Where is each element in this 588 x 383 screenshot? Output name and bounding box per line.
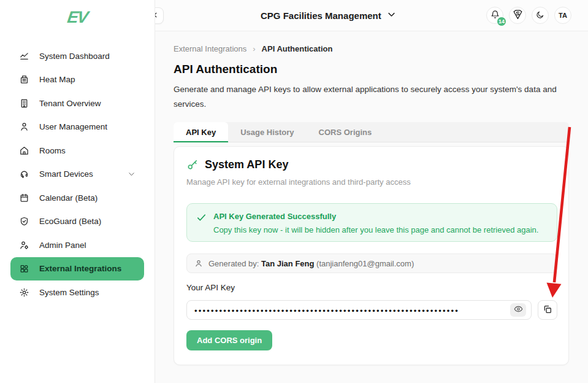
sidebar-item-admin-panel[interactable]: Admin Panel — [10, 233, 144, 257]
sidebar: EV System DashboardHeat MapTenant Overvi… — [0, 0, 155, 383]
page-title: API Authentication — [174, 63, 277, 76]
moon-icon — [536, 10, 544, 21]
notification-badge: 14 — [497, 17, 506, 26]
sidebar-item-label: Admin Panel — [39, 241, 86, 250]
card-title: System API Key — [205, 158, 288, 171]
sidebar-item-label: Calendar (Beta) — [39, 193, 97, 203]
check-icon — [196, 212, 207, 225]
api-key-input[interactable]: ••••••••••••••••••••••••••••••••••••••••… — [186, 300, 532, 320]
chevron-down-icon — [128, 170, 136, 178]
sidebar-item-label: Smart Devices — [39, 169, 93, 179]
workspace-title: CPG Facilities Management — [261, 10, 381, 21]
alert-body: Copy this key now - it will be hidden af… — [213, 225, 538, 234]
breadcrumb-current: API Authentication — [262, 44, 333, 53]
person-icon — [194, 259, 203, 268]
sidebar-item-label: Rooms — [39, 146, 66, 155]
sidebar-item-tenant-overview[interactable]: Tenant Overview — [10, 91, 144, 115]
building-icon — [19, 98, 29, 109]
home-icon — [19, 145, 29, 156]
sidebar-item-label: System Dashboard — [39, 52, 110, 61]
sidebar-item-external-integrations[interactable]: External Integrations — [10, 257, 144, 281]
sidebar-item-ecoguard-beta[interactable]: EcoGuard (Beta) — [10, 210, 144, 234]
success-alert: API Key Generated Successfully Copy this… — [186, 203, 557, 242]
app-logo-text: EV — [66, 8, 88, 27]
smart-device-icon — [19, 169, 29, 179]
breadcrumb-separator: › — [253, 44, 255, 53]
header-actions: 14 TA — [486, 7, 571, 24]
generated-by-name: Tan Jian Feng — [261, 259, 314, 268]
toggle-visibility-button[interactable] — [510, 303, 526, 317]
sidebar-item-system-dashboard[interactable]: System Dashboard — [10, 44, 144, 68]
sidebar-item-label: EcoGuard (Beta) — [39, 217, 101, 226]
chevron-down-icon — [387, 10, 396, 21]
sidebar-item-label: System Settings — [39, 288, 99, 297]
sidebar-item-rooms[interactable]: Rooms — [10, 139, 144, 163]
breadcrumb-parent[interactable]: External Integrations — [174, 44, 246, 53]
app-logo: EV — [0, 0, 155, 34]
tab-bar: API KeyUsage HistoryCORS Origins — [174, 122, 569, 142]
generated-by-text: Generated by: Tan Jian Feng (tanjianfeng… — [208, 259, 414, 268]
sidebar-item-system-settings[interactable]: System Settings — [10, 280, 144, 304]
sidebar-item-user-management[interactable]: User Management — [10, 115, 144, 139]
page-description: Generate and manage API keys to allow ex… — [174, 82, 572, 111]
workspace-switcher[interactable]: CPG Facilities Management — [261, 0, 396, 31]
eye-icon — [514, 304, 523, 315]
sidebar-item-label: External Integrations — [39, 264, 121, 273]
diamond-s-icon — [513, 10, 523, 21]
sidebar-item-smart-devices[interactable]: Smart Devices — [10, 163, 144, 187]
api-key-label: Your API Key — [186, 283, 235, 292]
api-key-masked-value: ••••••••••••••••••••••••••••••••••••••••… — [194, 306, 510, 315]
sidebar-nav: System DashboardHeat MapTenant OverviewU… — [0, 44, 155, 304]
sidebar-item-label: User Management — [39, 122, 107, 131]
main-content: External Integrations › API Authenticati… — [155, 31, 588, 383]
gear-icon — [19, 287, 29, 298]
super-admin-button[interactable] — [509, 7, 526, 24]
user-gear-icon — [19, 240, 29, 250]
copy-api-key-button[interactable] — [538, 300, 557, 320]
breadcrumb: External Integrations › API Authenticati… — [174, 44, 332, 53]
dashboard-chart-icon — [19, 51, 29, 61]
shield-check-icon — [19, 216, 29, 226]
card-title-row: System API Key — [186, 158, 288, 171]
tab-cors-origins[interactable]: CORS Origins — [307, 122, 384, 142]
calendar-icon — [19, 193, 29, 203]
api-key-card: System API Key Manage API key for extern… — [174, 146, 569, 365]
heat-map-icon — [19, 74, 29, 85]
sidebar-item-calendar-beta[interactable]: Calendar (Beta) — [10, 186, 144, 210]
card-subtitle: Manage API key for external integrations… — [186, 177, 411, 187]
user-icon — [19, 122, 29, 132]
copy-icon — [543, 304, 552, 316]
add-cors-origin-button[interactable]: Add CORS origin — [186, 330, 272, 350]
sidebar-item-label: Heat Map — [39, 75, 75, 84]
notifications-button[interactable]: 14 — [486, 7, 503, 24]
alert-title: API Key Generated Successfully — [213, 212, 336, 221]
integration-blocks-icon — [19, 263, 29, 274]
sidebar-item-heat-map[interactable]: Heat Map — [10, 68, 144, 92]
dark-mode-toggle[interactable] — [532, 7, 549, 24]
user-avatar[interactable]: TA — [554, 7, 571, 24]
top-header: CPG Facilities Management 14 TA — [155, 0, 588, 31]
avatar-initials: TA — [559, 12, 567, 19]
key-icon — [186, 159, 199, 171]
sidebar-item-label: Tenant Overview — [39, 99, 101, 108]
tab-usage-history[interactable]: Usage History — [228, 122, 306, 142]
generated-by-bar: Generated by: Tan Jian Feng (tanjianfeng… — [186, 253, 557, 273]
tab-api-key[interactable]: API Key — [174, 122, 228, 142]
generated-by-email: (tanjianfeng01@gmail.com) — [316, 259, 414, 268]
